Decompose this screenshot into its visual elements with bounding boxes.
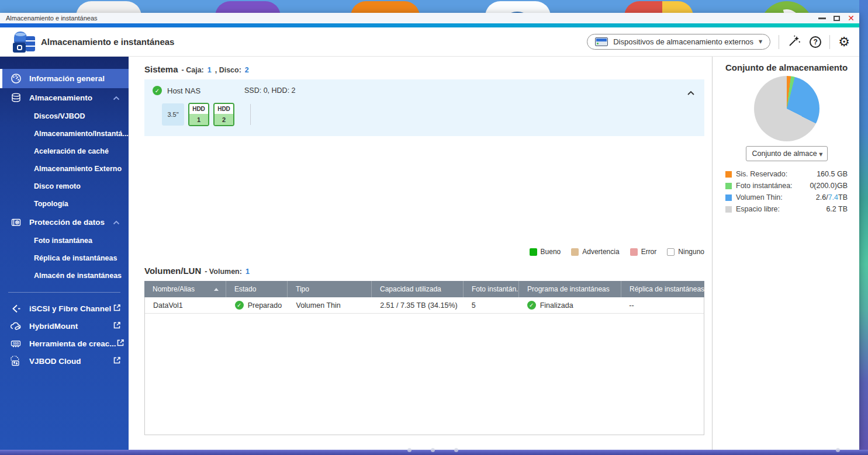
collapse-panel-button[interactable] xyxy=(687,88,695,98)
page-title: Almacenamiento e instantáneas xyxy=(41,37,174,47)
sidebar-link-vjbod-cloud[interactable]: VJBOD Cloud xyxy=(0,352,129,370)
status-ok-icon: ✓ xyxy=(235,301,244,310)
status-ok-icon: ✓ xyxy=(153,86,162,95)
table-row-datavol1[interactable]: DataVol1 ✓ Preparado Volumen Thin 2.51 /… xyxy=(145,297,704,314)
sidebar-group-almacenamiento[interactable]: Almacenamiento xyxy=(0,88,129,107)
form-factor-label: 3.5" xyxy=(162,103,184,126)
pool-legend-sis-reservado: Sis. Reservado: 160.5 GB xyxy=(725,168,848,180)
sidebar-item-almacen-instantaneas[interactable]: Almacén de instantáneas xyxy=(0,267,129,284)
settings-gear-button[interactable]: ⚙ xyxy=(838,36,850,48)
sidebar-item-replica-instantaneas[interactable]: Réplica de instantáneas xyxy=(0,249,129,267)
pool-legend: Sis. Reservado: 160.5 GB Foto instantáne… xyxy=(725,168,848,215)
sidebar-group-proteccion-datos[interactable]: Protección de datos xyxy=(0,213,129,232)
divider xyxy=(779,35,779,49)
external-storage-dropdown-label: Dispositivos de almacenamiento externos xyxy=(613,37,753,46)
desktop-wallpaper-edge xyxy=(859,0,868,455)
sidebar-divider xyxy=(8,292,120,293)
chevron-down-icon: ▼ xyxy=(759,39,762,44)
wizard-wand-button[interactable] xyxy=(787,34,801,50)
sidebar-link-herramienta-creacion[interactable]: SSD Herramienta de creac... xyxy=(0,335,129,352)
cell-name: DataVol1 xyxy=(145,297,227,313)
system-title: Sistema xyxy=(144,64,178,74)
table-empty-area xyxy=(145,314,704,435)
volume-table: Nombre/Alias Estado Tipo Capacidad utili… xyxy=(144,281,704,435)
column-header-replica[interactable]: Réplica de instantáneas xyxy=(621,281,704,297)
sidebar-item-aceleracion-cache[interactable]: Aceleración de caché xyxy=(0,143,129,160)
legend-item-bueno: Bueno xyxy=(530,248,561,256)
column-header-foto[interactable]: Foto instantán... xyxy=(464,281,519,297)
legend-swatch xyxy=(725,171,732,178)
storage-snapshots-app-icon xyxy=(13,32,35,53)
divider xyxy=(829,35,830,49)
sidebar-group-label: Almacenamiento xyxy=(29,93,92,102)
slot-divider xyxy=(250,104,251,125)
disk-slot-hdd1[interactable]: HDD 1 xyxy=(188,103,209,126)
volumes-title: Volumen/LUN xyxy=(144,266,201,276)
window-title: Almacenamiento e instantáneas xyxy=(6,15,98,22)
pool-title: Conjunto de almacenamiento xyxy=(725,62,848,72)
close-button[interactable]: ✕ xyxy=(848,15,855,22)
sidebar-link-hybridmount[interactable]: HybridMount xyxy=(0,317,129,335)
host-name: Host NAS xyxy=(167,86,244,95)
magic-wand-icon xyxy=(787,34,801,48)
sidebar-item-almacenamiento-externo[interactable]: Almacenamiento Externo xyxy=(0,160,129,178)
taskbar-edge xyxy=(0,450,868,455)
chevron-up-icon xyxy=(113,93,120,102)
chevron-down-icon: ▼ xyxy=(819,152,822,157)
chevron-up-icon xyxy=(113,218,120,227)
sidebar-item-disco-remoto[interactable]: Disco remoto xyxy=(0,178,129,195)
help-button[interactable]: ? xyxy=(810,36,821,48)
maximize-button[interactable] xyxy=(834,16,840,21)
pool-selector-dropdown[interactable]: Conjunto de almace ▼ xyxy=(746,146,828,161)
external-link-icon xyxy=(113,321,121,331)
sidebar-item-foto-instantanea[interactable]: Foto instantánea xyxy=(0,232,129,249)
sidebar-item-informacion-general[interactable]: Información general xyxy=(0,69,129,88)
legend-item-error: Error xyxy=(630,248,657,256)
column-header-estado[interactable]: Estado xyxy=(226,281,288,297)
sidebar-item-label: Información general xyxy=(29,74,105,83)
gauge-icon xyxy=(10,73,22,85)
legend-swatch xyxy=(725,183,732,189)
legend-item-advertencia: Advertencia xyxy=(571,248,619,256)
disk-count: 2 xyxy=(245,66,249,74)
column-header-tipo[interactable]: Tipo xyxy=(288,281,372,297)
column-header-capacidad[interactable]: Capacidad utilizada xyxy=(372,281,464,297)
status-ok-icon: ✓ xyxy=(527,301,536,310)
volume-table-header: Nombre/Alias Estado Tipo Capacidad utili… xyxy=(144,281,704,297)
disk-status-legend: Bueno Advertencia Error Ninguno xyxy=(144,247,704,256)
cell-snapshots: 5 xyxy=(464,297,519,313)
pool-legend-foto-instantanea: Foto instantánea: 0(200.0)GB xyxy=(725,180,848,192)
pool-selector-label: Conjunto de almace xyxy=(752,150,817,158)
host-nas-panel: ✓ Host NAS SSD: 0, HDD: 2 3.5" HDD 1 xyxy=(144,79,704,136)
minimize-button[interactable] xyxy=(818,18,826,19)
legend-swatch xyxy=(530,248,537,256)
sidebar: Información general Almacenamiento Disco… xyxy=(0,57,129,450)
legend-swatch xyxy=(630,248,638,256)
external-storage-dropdown[interactable]: Dispositivos de almacenamiento externos … xyxy=(587,34,770,50)
database-icon xyxy=(10,92,22,104)
host-disk-summary: SSD: 0, HDD: 2 xyxy=(244,86,296,95)
snapshot-camera-icon xyxy=(10,217,22,228)
storage-snapshots-window: Almacenamiento e instantáneas ✕ Almacena… xyxy=(0,13,859,450)
sidebar-link-iscsi-fibre-channel[interactable]: iSCSI y Fibre Channel xyxy=(0,300,129,317)
app-header: Almacenamiento e instantáneas Dispositiv… xyxy=(0,27,859,57)
sidebar-item-discos-vjbod[interactable]: Discos/VJBOD xyxy=(0,107,129,125)
legend-swatch xyxy=(725,206,732,213)
sort-ascending-icon xyxy=(214,288,219,291)
external-drive-icon xyxy=(595,37,608,46)
external-link-icon xyxy=(113,356,121,366)
legend-item-ninguno: Ninguno xyxy=(667,248,704,256)
external-link-icon xyxy=(113,304,121,314)
sidebar-item-almacenamiento-instantaneas[interactable]: Almacenamiento/Instantá... xyxy=(0,125,129,143)
pool-legend-volumen-thin: Volumen Thin: 2.6/7.4TB xyxy=(725,192,848,203)
window-titlebar[interactable]: Almacenamiento e instantáneas ✕ xyxy=(0,13,859,23)
column-header-programa[interactable]: Programa de instantáneas xyxy=(519,281,621,297)
external-link-icon xyxy=(116,339,125,349)
disk-slot-hdd2[interactable]: HDD 2 xyxy=(213,103,234,126)
column-header-nombre[interactable]: Nombre/Alias xyxy=(144,281,226,297)
iscsi-icon xyxy=(10,303,22,314)
sidebar-item-topologia[interactable]: Topología xyxy=(0,195,129,213)
legend-swatch xyxy=(725,194,732,201)
cell-replica: -- xyxy=(621,297,704,313)
pool-legend-espacio-libre: Espacio libre: 6.2 TB xyxy=(725,203,848,215)
